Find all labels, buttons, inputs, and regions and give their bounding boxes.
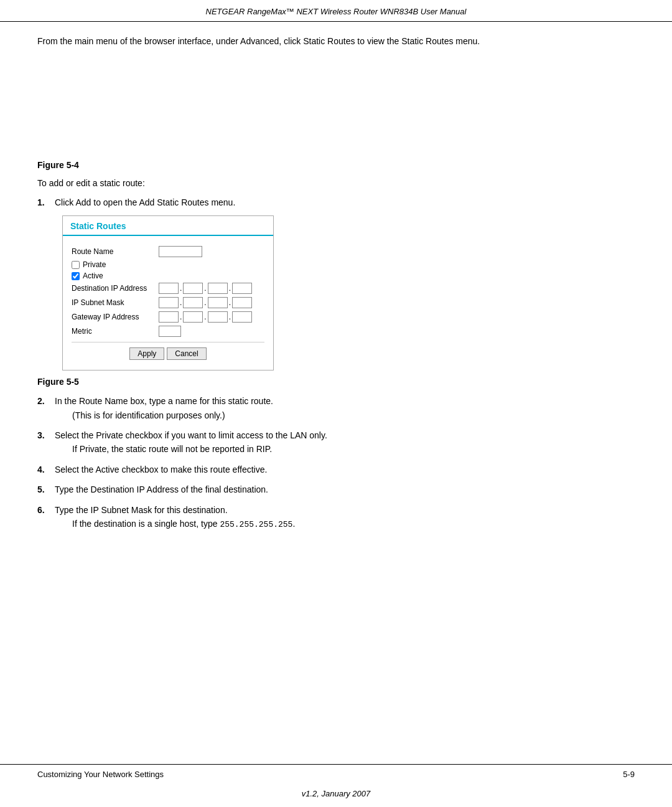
step3-num: 3. [37, 428, 52, 456]
subnet-mask-label: IP Subnet Mask [72, 298, 159, 307]
private-label: Private [83, 260, 106, 269]
gateway-octet-1[interactable] [159, 311, 179, 323]
step1-number: 1. [37, 196, 52, 209]
gateway-ip-label: Gateway IP Address [72, 313, 159, 321]
form-buttons: Apply Cancel [72, 347, 264, 360]
gateway-dot-1: . [180, 313, 182, 321]
step1-intro: To add or edit a static route: [37, 176, 635, 190]
step6-content: Type the IP Subnet Mask for this destina… [55, 503, 295, 532]
step5-num: 5. [37, 483, 52, 496]
metric-label: Metric [72, 327, 159, 336]
step6-sub: If the destination is a single host, typ… [72, 517, 295, 532]
static-routes-form-header: Static Routes [63, 216, 273, 236]
steps-list: 2. In the Route Name box, type a name fo… [37, 394, 635, 532]
subnet-octet-4[interactable] [232, 297, 252, 308]
metric-input[interactable] [159, 326, 181, 337]
step4-text: Select the Active checkbox to make this … [55, 463, 267, 476]
apply-button[interactable]: Apply [129, 347, 164, 360]
private-checkbox[interactable] [72, 261, 80, 269]
form-divider [72, 342, 264, 342]
step2-sub: (This is for identification purposes onl… [72, 408, 273, 422]
dest-ip-octet-1[interactable] [159, 283, 179, 294]
gateway-ip-fields: . . . [159, 311, 252, 323]
step3-sub: If Private, the static route will not be… [72, 442, 327, 456]
page-header-title: NETGEAR RangeMax™ NEXT Wireless Router W… [206, 7, 467, 16]
subnet-octet-3[interactable] [208, 297, 228, 308]
footer-version: v1.2, January 2007 [302, 786, 371, 801]
dest-ip-octet-2[interactable] [183, 283, 203, 294]
step2-text: In the Route Name box, type a name for t… [55, 396, 273, 406]
ip-dot-1: . [180, 284, 182, 293]
figure-4-label: Figure 5-4 [37, 160, 635, 170]
footer-right: 5-9 [623, 770, 635, 779]
step1-text: Click Add to open the Add Static Routes … [55, 196, 235, 209]
subnet-octet-1[interactable] [159, 297, 179, 308]
subnet-mask-fields: . . . [159, 297, 252, 308]
gateway-dot-2: . [204, 313, 206, 321]
gateway-dot-3: . [229, 313, 231, 321]
static-routes-form: Static Routes Route Name Private Active … [62, 215, 274, 370]
step2-num: 2. [37, 394, 52, 422]
active-checkbox[interactable] [72, 272, 80, 280]
route-name-input[interactable] [159, 246, 202, 257]
step3-text: Select the Private checkbox if you want … [55, 430, 327, 440]
step4-num: 4. [37, 463, 52, 476]
footer-left: Customizing Your Network Settings [37, 770, 164, 779]
gateway-octet-4[interactable] [232, 311, 252, 323]
step2-content: In the Route Name box, type a name for t… [55, 394, 273, 422]
gateway-octet-2[interactable] [183, 311, 203, 323]
footer-version-container: v1.2, January 2007 [0, 784, 672, 807]
subnet-dot-1: . [180, 298, 182, 307]
step3-content: Select the Private checkbox if you want … [55, 428, 327, 456]
subnet-octet-2[interactable] [183, 297, 203, 308]
figure-5-label: Figure 5-5 [37, 377, 635, 387]
step5-text: Type the Destination IP Address of the f… [55, 483, 268, 496]
dest-ip-fields: . . . [159, 283, 252, 294]
step6-num: 6. [37, 503, 52, 532]
subnet-dot-3: . [229, 298, 231, 307]
cancel-button[interactable]: Cancel [167, 347, 206, 360]
dest-ip-octet-4[interactable] [232, 283, 252, 294]
ip-dot-3: . [229, 284, 231, 293]
gateway-octet-3[interactable] [208, 311, 228, 323]
route-name-label: Route Name [72, 247, 159, 256]
ip-dot-2: . [204, 284, 206, 293]
dest-ip-octet-3[interactable] [208, 283, 228, 294]
active-label: Active [83, 271, 103, 280]
step6-text: Type the IP Subnet Mask for this destina… [55, 505, 228, 515]
dest-ip-label: Destination IP Address [72, 284, 159, 293]
page-footer: Customizing Your Network Settings 5-9 [0, 764, 672, 784]
subnet-dot-2: . [204, 298, 206, 307]
intro-paragraph: From the main menu of the browser interf… [37, 34, 635, 48]
